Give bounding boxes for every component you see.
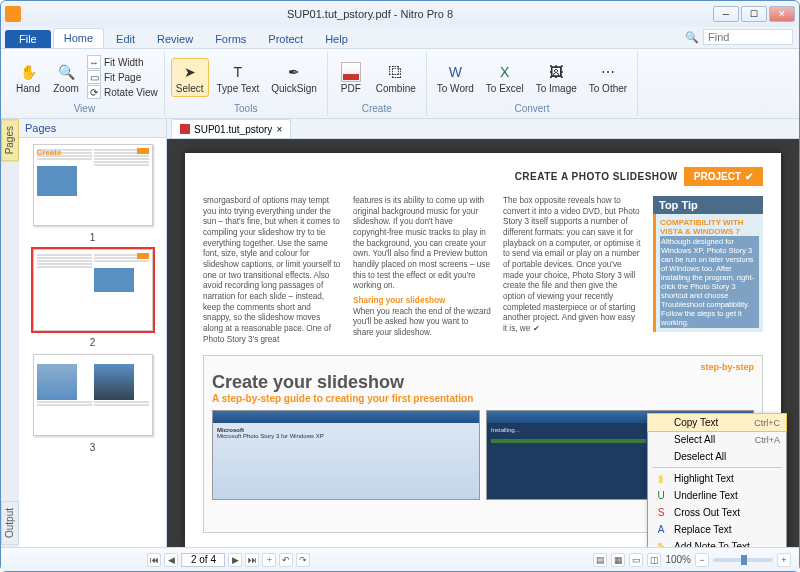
document-view[interactable]: CREATE A PHOTO SLIDESHOW PROJECT✔ smorga… — [167, 139, 799, 547]
next-page-button[interactable]: ▶ — [228, 553, 242, 567]
fit-page-button[interactable]: ▭Fit Page — [87, 70, 158, 84]
menu-item-icon: S — [654, 507, 668, 518]
menu-item-label: Copy Text — [674, 417, 718, 428]
tab-protect[interactable]: Protect — [258, 30, 313, 48]
context-menu-item[interactable]: ▮Highlight Text — [648, 470, 786, 487]
select-icon: ➤ — [179, 61, 201, 83]
to-other-button[interactable]: ⋯To Other — [585, 59, 631, 96]
document-tab-label: SUP01.tut_pstory — [194, 124, 272, 135]
tab-review[interactable]: Review — [147, 30, 203, 48]
add-page-button[interactable]: ＋ — [262, 553, 276, 567]
group-create: PDF ⿻Combine Create — [328, 51, 427, 116]
top-tip-heading: COMPATIBILITY WITH VISTA & WINDOWS 7 — [660, 218, 759, 236]
thumbnail-1[interactable]: Create — [33, 144, 153, 226]
page-number-input[interactable] — [181, 553, 225, 567]
to-excel-button[interactable]: XTo Excel — [482, 59, 528, 96]
fit-width-button[interactable]: ↔Fit Width — [87, 55, 158, 69]
close-tab-icon[interactable]: × — [276, 124, 282, 135]
thumbnail-3-number: 3 — [90, 442, 96, 453]
to-word-button[interactable]: WTo Word — [433, 59, 478, 96]
window-controls: ─ ☐ ✕ — [713, 6, 795, 22]
group-view: ✋Hand 🔍Zoom ↔Fit Width ▭Fit Page ⟳Rotate… — [5, 51, 165, 116]
menu-item-label: Add Note To Text — [674, 541, 750, 547]
other-icon: ⋯ — [597, 61, 619, 83]
context-menu-item[interactable]: Deselect All — [648, 448, 786, 465]
fit-width-icon: ↔ — [87, 55, 101, 69]
document-tab[interactable]: SUP01.tut_pstory × — [171, 119, 291, 138]
prev-page-button[interactable]: ◀ — [164, 553, 178, 567]
excel-icon: X — [494, 61, 516, 83]
hand-button[interactable]: ✋Hand — [11, 59, 45, 96]
view-mode-2[interactable]: ▦ — [611, 553, 625, 567]
select-button[interactable]: ➤Select — [171, 58, 209, 97]
thumbnail-3[interactable] — [33, 354, 153, 436]
output-panel-tab[interactable]: Output — [1, 501, 19, 545]
fit-page-icon: ▭ — [87, 70, 101, 84]
zoom-button[interactable]: 🔍Zoom — [49, 59, 83, 96]
tab-help[interactable]: Help — [315, 30, 358, 48]
quicksign-button[interactable]: ✒QuickSign — [267, 59, 321, 96]
check-icon: ✔ — [745, 171, 753, 182]
pages-panel-tab[interactable]: Pages — [1, 119, 19, 161]
view-mode-1[interactable]: ▤ — [593, 553, 607, 567]
pdf-small-icon — [180, 124, 190, 134]
project-badge: PROJECT✔ — [684, 167, 763, 186]
combine-icon: ⿻ — [385, 61, 407, 83]
combine-button[interactable]: ⿻Combine — [372, 59, 420, 96]
context-menu-item[interactable]: SCross Out Text — [648, 504, 786, 521]
menu-item-label: Replace Text — [674, 524, 732, 535]
thumbnails-header: Pages — [19, 119, 166, 138]
close-button[interactable]: ✕ — [769, 6, 795, 22]
context-menu-item[interactable]: Copy TextCtrl+C — [647, 413, 787, 432]
box-title: Create your slideshow — [212, 372, 754, 393]
thumbnail-1-number: 1 — [90, 232, 96, 243]
menu-item-icon: ✎ — [654, 541, 668, 547]
titlebar: SUP01.tut_pstory.pdf - Nitro Pro 8 ─ ☐ ✕ — [1, 1, 799, 27]
menu-item-icon: A — [654, 524, 668, 535]
page-header-text: CREATE A PHOTO SLIDESHOW — [515, 171, 678, 182]
type-text-button[interactable]: TType Text — [213, 59, 264, 96]
tab-home[interactable]: Home — [53, 28, 104, 48]
tab-forms[interactable]: Forms — [205, 30, 256, 48]
column-3: The box opposite reveals how to convert … — [503, 196, 641, 345]
zoom-controls: ▤ ▦ ▭ ◫ 100% − + — [593, 553, 791, 567]
maximize-button[interactable]: ☐ — [741, 6, 767, 22]
forward-view-button[interactable]: ↷ — [296, 553, 310, 567]
zoom-out-button[interactable]: − — [695, 553, 709, 567]
first-page-button[interactable]: ⏮ — [147, 553, 161, 567]
file-tab[interactable]: File — [5, 30, 51, 48]
thumbnail-2-number: 2 — [90, 337, 96, 348]
menu-item-label: Deselect All — [674, 451, 726, 462]
rotate-icon: ⟳ — [87, 85, 101, 99]
context-menu-item[interactable]: UUnderline Text — [648, 487, 786, 504]
top-tip-body: Although designed for Windows XP, Photo … — [660, 236, 759, 328]
context-menu-item[interactable]: Select AllCtrl+A — [648, 431, 786, 448]
pdf-button[interactable]: PDF — [334, 59, 368, 96]
group-convert: WTo Word XTo Excel 🖼To Image ⋯To Other C… — [427, 51, 638, 116]
group-tools: ➤Select TType Text ✒QuickSign Tools — [165, 51, 328, 116]
to-image-button[interactable]: 🖼To Image — [532, 59, 581, 96]
menu-item-label: Select All — [674, 434, 715, 445]
minimize-button[interactable]: ─ — [713, 6, 739, 22]
thumbnail-2[interactable] — [33, 249, 153, 331]
tab-edit[interactable]: Edit — [106, 30, 145, 48]
rotate-view-button[interactable]: ⟳Rotate View — [87, 85, 158, 99]
group-tools-label: Tools — [171, 103, 321, 114]
context-menu-item[interactable]: AReplace Text — [648, 521, 786, 538]
quicksign-icon: ✒ — [283, 61, 305, 83]
last-page-button[interactable]: ⏭ — [245, 553, 259, 567]
app-icon — [5, 6, 21, 22]
menu-item-shortcut: Ctrl+A — [755, 435, 780, 445]
menu-item-label: Cross Out Text — [674, 507, 740, 518]
zoom-slider[interactable] — [713, 558, 773, 562]
side-tabs: Pages Output — [1, 119, 19, 547]
view-mode-4[interactable]: ◫ — [647, 553, 661, 567]
back-view-button[interactable]: ↶ — [279, 553, 293, 567]
step-by-step-label: step-by-step — [212, 362, 754, 372]
zoom-in-button[interactable]: + — [777, 553, 791, 567]
search-input[interactable] — [703, 29, 793, 45]
context-menu-item[interactable]: ✎Add Note To Text — [648, 538, 786, 547]
thumbnails-list[interactable]: Create 1 2 3 — [19, 138, 166, 547]
menu-item-label: Underline Text — [674, 490, 738, 501]
view-mode-3[interactable]: ▭ — [629, 553, 643, 567]
